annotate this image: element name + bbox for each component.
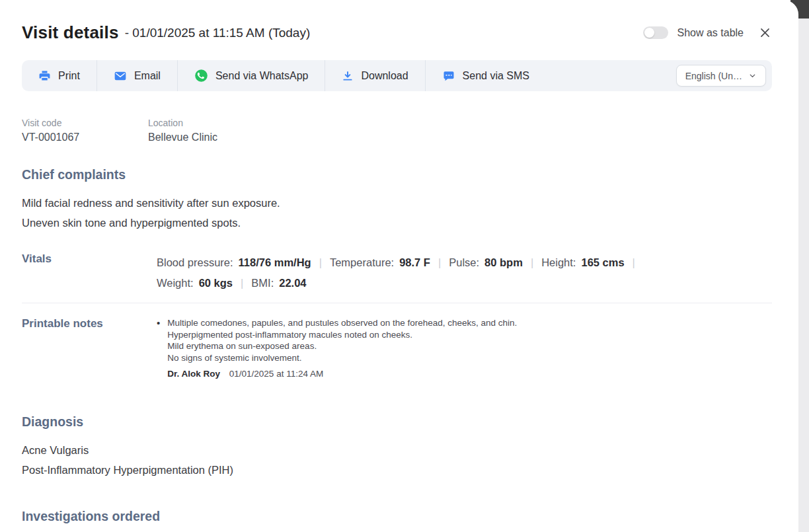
note-author: Dr. Alok Roy [167,369,220,379]
vitals-section: Vitals Blood pressure:118/76 mm/Hg|Tempe… [22,252,772,293]
email-label: Email [134,70,161,82]
bullet-point: • [157,318,160,379]
sms-chat-icon [442,69,455,83]
vital-separator: | [319,256,322,268]
section-divider [22,303,772,303]
note-body: Multiple comedones, papules, and pustule… [167,317,517,379]
download-icon [342,70,354,82]
complaint-item: Mild facial redness and sensitivity afte… [22,193,772,213]
investigations-heading: Investigations ordered [22,509,772,524]
vital-separator: | [241,277,243,289]
header-controls: Show as table [643,26,772,40]
vital-separator: | [531,256,533,268]
show-as-table-toggle[interactable] [643,26,668,39]
vitals-line-1: Blood pressure:118/76 mm/Hg|Temperature:… [157,252,643,273]
download-button[interactable]: Download [325,60,424,91]
whatsapp-icon [194,69,208,83]
location-label: Location [148,118,217,128]
printer-icon [38,69,51,82]
toggle-knob [644,28,654,38]
diagnosis-item: Acne Vulgaris [22,440,772,460]
send-sms-button[interactable]: Send via SMS [426,60,546,91]
vital-separator: | [633,256,635,268]
diagnosis-list: Acne Vulgaris Post-Inflammatory Hyperpig… [22,440,772,480]
language-dropdown-value: English (Un… [685,71,742,81]
envelope-icon [114,69,127,83]
note-attribution: Dr. Alok Roy 01/01/2025 at 11:24 AM [167,369,517,379]
close-button[interactable] [757,26,772,40]
chief-complaints-heading: Chief complaints [22,167,772,182]
scrollbar-track[interactable] [798,19,809,532]
vital-height: Height:165 cms [541,256,624,268]
show-as-table-label: Show as table [677,27,744,39]
note-text: Multiple comedones, papules, and pustule… [167,317,517,363]
chevron-down-icon [748,71,757,80]
download-label: Download [361,70,408,82]
note-line: Multiple comedones, papules, and pustule… [167,317,517,329]
visit-datetime: - 01/01/2025 at 11:15 AM (Today) [125,26,311,40]
send-sms-label: Send via SMS [463,70,529,82]
vital-blood-pressure: Blood pressure:118/76 mm/Hg [157,256,311,268]
visit-code-value: VT-0001067 [22,132,148,143]
language-dropdown[interactable]: English (Un… [676,65,766,87]
location-field: Location Bellevue Clinic [148,118,217,143]
vital-pulse: Pulse:80 bpm [449,256,523,268]
complaint-item: Uneven skin tone and hyperpigmented spot… [22,213,772,233]
location-value: Bellevue Clinic [148,132,217,143]
printable-notes-content: • Multiple comedones, papules, and pustu… [157,317,517,379]
actions-toolbar: Print Email Send via WhatsApp Download [22,60,772,91]
send-whatsapp-label: Send via WhatsApp [215,70,309,82]
close-icon [759,26,771,39]
visit-code-label: Visit code [22,118,148,128]
vital-temperature: Temperature:98.7 F [330,256,430,268]
diagnosis-item: Post-Inflammatory Hyperpigmentation (PIH… [22,460,772,480]
page-title: Visit details [22,22,119,43]
diagnosis-heading: Diagnosis [22,414,772,430]
vitals-values: Blood pressure:118/76 mm/Hg|Temperature:… [157,252,643,293]
vital-bmi: BMI:22.04 [251,277,306,289]
vitals-label: Vitals [22,252,157,293]
note-line: Hyperpigmented post-inflammatory macules… [167,329,517,341]
print-label: Print [58,70,80,82]
vital-separator: | [438,256,441,268]
chief-complaints-list: Mild facial redness and sensitivity afte… [22,193,772,233]
modal-header: Visit details - 01/01/2025 at 11:15 AM (… [22,22,772,43]
vital-weight: Weight:60 kgs [157,277,233,289]
note-line: Mild erythema on sun-exposed areas. [167,340,517,352]
note-line: No signs of systemic involvement. [167,352,517,364]
email-button[interactable]: Email [97,60,177,91]
send-whatsapp-button[interactable]: Send via WhatsApp [178,60,325,91]
printable-notes-section: Printable notes • Multiple comedones, pa… [22,317,772,379]
visit-code-field: Visit code VT-0001067 [22,118,148,143]
print-button[interactable]: Print [22,60,96,91]
vitals-line-2: Weight:60 kgs|BMI:22.04 [157,273,643,293]
note-timestamp: 01/01/2025 at 11:24 AM [229,369,323,379]
visit-details-modal: Visit details - 01/01/2025 at 11:15 AM (… [0,0,798,532]
visit-meta: Visit code VT-0001067 Location Bellevue … [22,118,772,143]
printable-notes-label: Printable notes [22,317,157,379]
